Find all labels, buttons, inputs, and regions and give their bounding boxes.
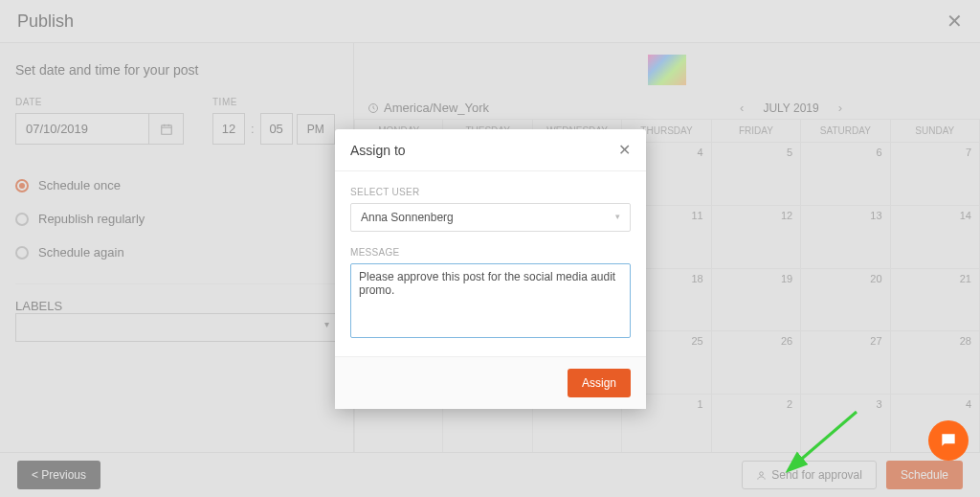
message-label: MESSAGE bbox=[350, 247, 631, 258]
select-user-label: SELECT USER bbox=[350, 187, 631, 197]
modal-title: Assign to bbox=[350, 143, 406, 158]
assign-button[interactable]: Assign bbox=[568, 369, 631, 397]
close-icon[interactable]: ✕ bbox=[618, 141, 631, 159]
user-select[interactable]: Anna Sonnenberg bbox=[350, 203, 631, 232]
modal-body: SELECT USER Anna Sonnenberg MESSAGE bbox=[335, 171, 646, 356]
message-textarea[interactable] bbox=[350, 263, 631, 338]
chat-launcher-icon[interactable] bbox=[928, 420, 969, 461]
modal-footer: Assign bbox=[335, 356, 646, 409]
assign-to-modal: Assign to ✕ SELECT USER Anna Sonnenberg … bbox=[335, 129, 646, 409]
modal-header: Assign to ✕ bbox=[335, 129, 646, 171]
selected-user-text: Anna Sonnenberg bbox=[361, 211, 454, 224]
